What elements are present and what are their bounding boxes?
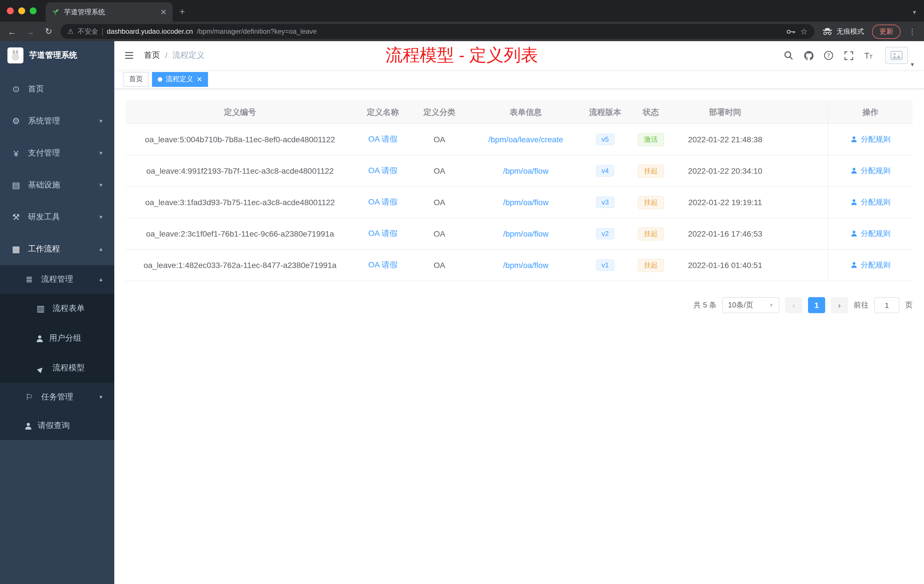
- definition-category: OA: [411, 155, 467, 186]
- url-host: dashboard.yudao.iocoder.cn: [107, 27, 193, 35]
- security-label: 不安全: [78, 26, 98, 36]
- next-page-button[interactable]: ›: [831, 297, 848, 313]
- sidebar-item-leave-query[interactable]: 请假查询: [0, 411, 114, 440]
- sidebar-menu: ⊙ 首页 ⚙ 系统管理 ▼ ¥ 支付管理 ▼ ▤ 基础设施 ▼: [0, 70, 114, 440]
- sidebar-item-task-management[interactable]: ⚐ 任务管理 ▼: [0, 383, 114, 411]
- assign-rule-button[interactable]: 分配规则: [851, 260, 891, 270]
- tab-search-chevron-icon[interactable]: ▾: [905, 2, 924, 22]
- sidebar-item-process-model[interactable]: ▶ 流程模型: [0, 353, 114, 383]
- version-badge: v5: [596, 134, 614, 145]
- incognito-icon: [822, 28, 833, 35]
- form-info-link[interactable]: /bpm/oa/flow: [503, 229, 549, 238]
- definition-category: OA: [411, 249, 467, 281]
- assign-rule-button[interactable]: 分配规则: [851, 134, 891, 145]
- definition-table: 定义编号 定义名称 定义分类 表单信息 流程版本 状态 部署时间 操作: [126, 101, 912, 281]
- home-icon: ⊙: [11, 84, 21, 94]
- assign-rule-button[interactable]: 分配规则: [851, 229, 891, 239]
- goto-page-input[interactable]: [874, 297, 899, 313]
- user-icon: [851, 261, 858, 269]
- table-row: oa_leave:4:991f2193-7b7f-11ec-a3c8-acde4…: [126, 155, 912, 186]
- sidebar-item-system-management[interactable]: ⚙ 系统管理 ▼: [0, 105, 114, 137]
- tags-view-bar: 首页 流程定义 ✕: [114, 70, 924, 89]
- table-header-row: 定义编号 定义名称 定义分类 表单信息 流程版本 状态 部署时间 操作: [126, 101, 912, 124]
- user-icon: [851, 167, 858, 175]
- sidebar-item-process-form[interactable]: ▥ 流程表单: [0, 294, 114, 323]
- user-icon: [851, 136, 858, 143]
- deploy-time: 2022-01-22 21:48:38: [675, 124, 775, 155]
- help-icon[interactable]: [823, 50, 834, 61]
- back-button[interactable]: ←: [6, 26, 18, 36]
- definition-name-link[interactable]: OA 请假: [368, 260, 398, 269]
- sidebar-item-dev-tools[interactable]: ⚒ 研发工具 ▼: [0, 201, 114, 233]
- definition-name-link[interactable]: OA 请假: [368, 166, 398, 175]
- status-badge: 挂起: [638, 196, 664, 209]
- tag-close-icon[interactable]: ✕: [196, 75, 202, 83]
- definition-name-link[interactable]: OA 请假: [368, 134, 398, 144]
- sidebar-item-payment-management[interactable]: ¥ 支付管理 ▼: [0, 137, 114, 169]
- page-size-select[interactable]: 10条/页 ▼: [722, 297, 779, 313]
- col-deploy-time: 部署时间: [675, 101, 775, 124]
- list-icon: ≣: [24, 274, 34, 285]
- new-tab-button[interactable]: +: [173, 2, 192, 22]
- assign-rule-button[interactable]: 分配规则: [851, 166, 891, 176]
- goto-label: 前往: [854, 300, 869, 310]
- status-badge: 激活: [638, 133, 664, 146]
- form-info-link[interactable]: /bpm/oa/flow: [503, 166, 549, 175]
- status-badge: 挂起: [638, 227, 664, 240]
- sidebar-item-home[interactable]: ⊙ 首页: [0, 73, 114, 105]
- definition-id: oa_leave:2:3c1f0ef1-76b1-11ec-9c66-a2380…: [126, 218, 354, 249]
- app-title: 芋道管理系统: [29, 50, 77, 61]
- user-icon: [851, 230, 858, 238]
- tag-home[interactable]: 首页: [124, 72, 148, 87]
- definition-name-link[interactable]: OA 请假: [368, 229, 398, 238]
- caret-down-icon: ▼: [910, 62, 915, 68]
- chevron-down-icon: ▼: [98, 182, 104, 188]
- definition-id: oa_leave:4:991f2193-7b7f-11ec-a3c8-acde4…: [126, 155, 354, 186]
- incognito-badge: 无痕模式: [822, 26, 864, 36]
- address-bar[interactable]: ⚠ 不安全 dashboard.yudao.iocoder.cn /bpm/ma…: [61, 24, 814, 39]
- tag-process-definition[interactable]: 流程定义 ✕: [152, 72, 208, 87]
- omnibox-divider: [102, 28, 103, 35]
- browser-tab[interactable]: 芋道管理系统 ✕: [46, 2, 173, 22]
- favicon-sprout-icon: [51, 8, 59, 16]
- page-number-button[interactable]: 1: [808, 297, 825, 313]
- form-info-link[interactable]: /bpm/oa/flow: [503, 261, 549, 270]
- sidebar: 芋道管理系统 ⊙ 首页 ⚙ 系统管理 ▼ ¥ 支付管理 ▼ ▤: [0, 41, 114, 584]
- github-icon[interactable]: [803, 50, 814, 61]
- prev-page-button[interactable]: ‹: [785, 297, 802, 313]
- col-definition-id: 定义编号: [126, 101, 354, 124]
- navbar-actions: ▼: [783, 47, 915, 64]
- search-icon[interactable]: [783, 50, 794, 61]
- chrome-update-button[interactable]: 更新: [872, 24, 901, 39]
- breadcrumb-home[interactable]: 首页: [144, 50, 160, 61]
- sidebar-item-infrastructure[interactable]: ▤ 基础设施 ▼: [0, 169, 114, 201]
- user-avatar-dropdown[interactable]: ▼: [885, 47, 915, 64]
- filler-cell: [775, 218, 828, 249]
- sidebar-item-process-management[interactable]: ≣ 流程管理 ▲: [0, 265, 114, 294]
- sidebar-toggle-hamburger-icon[interactable]: [124, 50, 135, 61]
- tab-close-icon[interactable]: ✕: [160, 8, 167, 16]
- close-window-button[interactable]: [7, 7, 14, 14]
- briefcase-icon: ▦: [11, 244, 21, 254]
- bookmark-star-icon[interactable]: ☆: [800, 27, 807, 36]
- assign-rule-button[interactable]: 分配规则: [851, 197, 891, 208]
- status-badge: 挂起: [638, 259, 664, 272]
- filler-cell: [775, 249, 828, 281]
- sidebar-item-user-group[interactable]: 用户分组: [0, 323, 114, 353]
- paper-plane-icon: ▶: [35, 363, 46, 373]
- infrastructure-icon: ▤: [11, 180, 21, 190]
- red-annotation-text: 流程模型 - 定义列表: [385, 44, 538, 67]
- sidebar-item-workflow[interactable]: ▦ 工作流程 ▲: [0, 233, 114, 265]
- font-size-icon[interactable]: [863, 50, 874, 61]
- form-info-link[interactable]: /bpm/oa/flow: [503, 198, 549, 207]
- zoom-window-button[interactable]: [30, 7, 36, 14]
- definition-name-link[interactable]: OA 请假: [368, 197, 398, 206]
- reload-button[interactable]: ↻: [42, 26, 55, 36]
- sidebar-logo: 芋道管理系统: [0, 41, 114, 70]
- form-info-link[interactable]: /bpm/oa/leave/create: [488, 135, 563, 144]
- fullscreen-icon[interactable]: [843, 50, 854, 61]
- forward-button[interactable]: →: [24, 26, 36, 36]
- password-key-icon[interactable]: [787, 26, 796, 36]
- browser-menu-icon[interactable]: ⋮: [906, 27, 918, 36]
- minimize-window-button[interactable]: [18, 7, 25, 14]
